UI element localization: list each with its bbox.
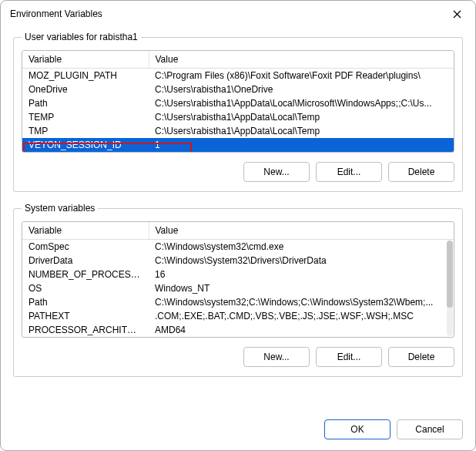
table-row-selected[interactable]: VEYON_SESSION_ID 1 bbox=[22, 138, 454, 152]
user-delete-button[interactable]: Delete bbox=[388, 162, 454, 182]
close-icon[interactable] bbox=[446, 5, 468, 22]
table-row[interactable]: DriverData C:\Windows\System32\Drivers\D… bbox=[22, 254, 454, 268]
window-title: Environment Variables bbox=[10, 8, 102, 19]
user-variables-table[interactable]: Variable Value MOZ_PLUGIN_PATH C:\Progra… bbox=[22, 50, 454, 153]
sys-delete-button[interactable]: Delete bbox=[388, 347, 454, 367]
scrollbar-thumb[interactable] bbox=[447, 241, 453, 308]
user-new-button[interactable]: New... bbox=[243, 162, 310, 182]
system-variables-table[interactable]: Variable Value ComSpec C:\Windows\system… bbox=[22, 221, 454, 338]
user-col-variable[interactable]: Variable bbox=[22, 51, 149, 69]
system-scrollbar[interactable] bbox=[447, 241, 453, 336]
user-edit-button[interactable]: Edit... bbox=[316, 162, 382, 182]
sys-edit-button[interactable]: Edit... bbox=[316, 347, 382, 367]
table-row[interactable]: OneDrive C:\Users\rabistha1\OneDrive bbox=[22, 82, 454, 96]
table-row[interactable]: ComSpec C:\Windows\system32\cmd.exe bbox=[22, 240, 454, 254]
table-row[interactable]: PATHEXT .COM;.EXE;.BAT;.CMD;.VBS;.VBE;.J… bbox=[22, 309, 454, 323]
sys-new-button[interactable]: New... bbox=[243, 347, 310, 367]
table-row[interactable]: PROCESSOR_ARCHITECTURE AMD64 bbox=[22, 323, 454, 337]
ok-button[interactable]: OK bbox=[324, 419, 391, 439]
system-variables-legend: System variables bbox=[22, 203, 98, 214]
environment-variables-dialog: Environment Variables User variables for… bbox=[0, 0, 476, 451]
titlebar: Environment Variables bbox=[1, 1, 475, 25]
table-row[interactable]: TMP C:\Users\rabistha1\AppData\Local\Tem… bbox=[22, 124, 454, 138]
table-row[interactable]: NUMBER_OF_PROCESSORS 16 bbox=[22, 268, 454, 281]
sys-col-variable[interactable]: Variable bbox=[22, 222, 149, 240]
table-row[interactable]: MOZ_PLUGIN_PATH C:\Program Files (x86)\F… bbox=[22, 69, 454, 83]
system-variables-group: System variables Variable Value bbox=[13, 203, 463, 377]
table-row[interactable]: Path C:\Users\rabistha1\AppData\Local\Mi… bbox=[22, 96, 454, 110]
sys-col-value[interactable]: Value bbox=[149, 222, 454, 240]
table-row[interactable]: Path C:\Windows\system32;C:\Windows;C:\W… bbox=[22, 295, 454, 309]
cancel-button[interactable]: Cancel bbox=[397, 419, 463, 439]
user-variables-legend: User variables for rabistha1 bbox=[22, 32, 141, 42]
table-row[interactable]: TEMP C:\Users\rabistha1\AppData\Local\Te… bbox=[22, 110, 454, 124]
user-col-value[interactable]: Value bbox=[149, 51, 454, 69]
user-variables-group: User variables for rabistha1 Variable Va… bbox=[13, 32, 463, 192]
table-row[interactable]: OS Windows_NT bbox=[22, 281, 454, 295]
